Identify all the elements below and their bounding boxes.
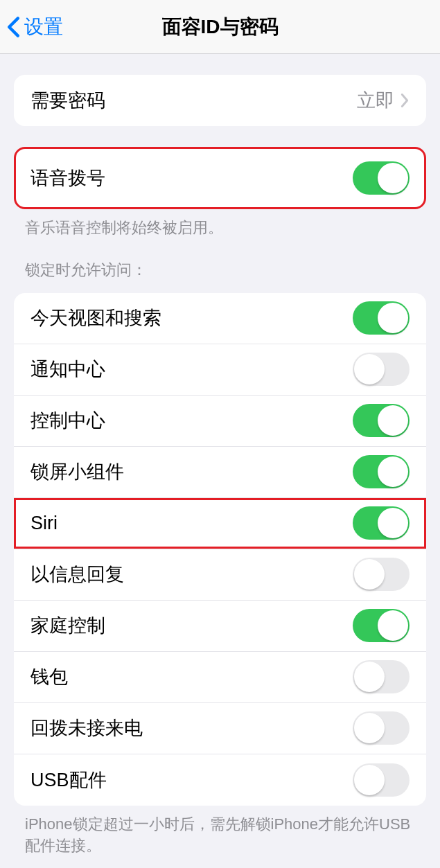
locked-access-toggle[interactable]	[353, 506, 410, 540]
locked-access-toggle[interactable]	[353, 301, 410, 335]
locked-access-row[interactable]: USB配件	[14, 754, 426, 806]
locked-access-row[interactable]: 回拨未接来电	[14, 703, 426, 754]
toggle-knob	[354, 765, 385, 795]
locked-access-toggle[interactable]	[353, 609, 410, 642]
locked-access-label: 今天视图和搜索	[30, 305, 161, 330]
locked-access-header: 锁定时允许访问：	[0, 239, 440, 281]
locked-access-toggle[interactable]	[353, 660, 410, 693]
locked-access-toggle[interactable]	[353, 558, 410, 591]
back-chevron-icon	[7, 16, 20, 38]
locked-access-label: Siri	[30, 513, 58, 534]
locked-access-footer: iPhone锁定超过一小时后，需先解锁iPhone才能允许USB配件连接。	[0, 806, 440, 857]
locked-access-row[interactable]: 今天视图和搜索	[14, 293, 426, 344]
locked-access-toggle[interactable]	[353, 353, 410, 386]
locked-access-label: 控制中心	[30, 408, 105, 433]
toggle-knob	[378, 405, 408, 436]
require-passcode-value: 立即	[357, 88, 410, 113]
chevron-right-icon	[400, 93, 410, 108]
nav-header: 设置 面容ID与密码	[0, 0, 440, 54]
back-button[interactable]: 设置	[7, 14, 63, 40]
voice-dial-toggle[interactable]	[353, 161, 410, 195]
voice-dial-label: 语音拨号	[30, 166, 105, 191]
locked-access-row[interactable]: 以信息回复	[14, 549, 426, 601]
toggle-knob	[378, 610, 408, 641]
locked-access-row[interactable]: 家庭控制	[14, 601, 426, 652]
locked-access-label: 钱包	[30, 664, 68, 689]
locked-access-toggle[interactable]	[353, 711, 410, 745]
require-passcode-label: 需要密码	[30, 88, 105, 113]
back-label: 设置	[24, 14, 63, 40]
locked-access-label: 锁屏小组件	[30, 459, 124, 484]
toggle-knob	[378, 163, 408, 193]
voice-dial-footer: 音乐语音控制将始终被启用。	[0, 209, 440, 239]
toggle-knob	[354, 354, 385, 384]
voice-dial-group: 语音拨号	[14, 147, 426, 209]
toggle-knob	[378, 508, 408, 538]
locked-access-label: 以信息回复	[30, 562, 124, 587]
locked-access-row[interactable]: Siri	[14, 498, 426, 549]
locked-access-label: 回拨未接来电	[30, 716, 143, 741]
locked-access-group: 今天视图和搜索通知中心控制中心锁屏小组件Siri以信息回复家庭控制钱包回拨未接来…	[14, 293, 426, 806]
locked-access-toggle[interactable]	[353, 455, 410, 488]
toggle-knob	[354, 662, 385, 692]
locked-access-toggle[interactable]	[353, 763, 410, 797]
locked-access-row[interactable]: 锁屏小组件	[14, 447, 426, 498]
locked-access-row[interactable]: 通知中心	[14, 344, 426, 396]
locked-access-label: USB配件	[30, 768, 107, 792]
toggle-knob	[354, 713, 385, 743]
toggle-knob	[378, 457, 408, 487]
toggle-knob	[354, 559, 385, 590]
page-title: 面容ID与密码	[162, 14, 279, 40]
locked-access-label: 家庭控制	[30, 613, 105, 638]
locked-access-row[interactable]: 控制中心	[14, 396, 426, 447]
locked-access-toggle[interactable]	[353, 404, 410, 437]
locked-access-label: 通知中心	[30, 357, 105, 382]
require-passcode-row[interactable]: 需要密码 立即	[14, 75, 426, 126]
toggle-knob	[378, 303, 408, 333]
voice-dial-row[interactable]: 语音拨号	[14, 147, 426, 209]
locked-access-row[interactable]: 钱包	[14, 652, 426, 703]
passcode-group: 需要密码 立即	[14, 75, 426, 126]
